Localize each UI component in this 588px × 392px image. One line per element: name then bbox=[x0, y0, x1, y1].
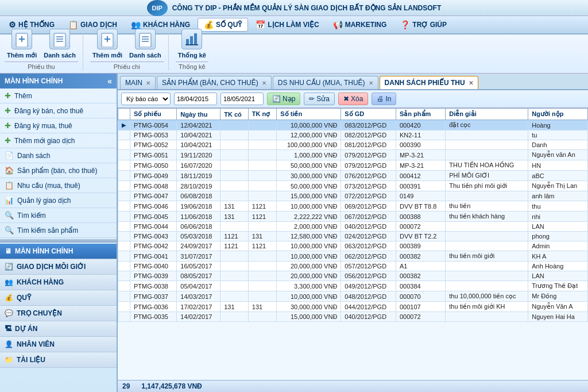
table-body: ▶ PTMG-0054 12/04/2021 10,000,000 VNĐ 08… bbox=[118, 120, 588, 322]
tab-main-close[interactable]: ✕ bbox=[146, 80, 150, 86]
toolbar-danh-sach-phieu[interactable]: Danh sách bbox=[41, 28, 78, 60]
menu-tro-giup[interactable]: ❓ TRỢ GIÚP bbox=[394, 18, 453, 32]
sidebar-group-giao-dich[interactable]: 🔄 GIAO DỊCH MÔI GIỚI bbox=[0, 259, 117, 275]
cell-tk-no bbox=[248, 150, 277, 160]
table-row[interactable]: PTMG-0036 17/02/2017 131 131 30,000,000 … bbox=[118, 302, 588, 312]
cell-tk-co bbox=[220, 120, 249, 130]
calendar-icon: 📅 bbox=[256, 20, 265, 29]
xoa-button[interactable]: ✖ Xóa bbox=[338, 93, 368, 105]
table-row[interactable]: PTMG-0046 19/06/2018 131 1121 10,000,000… bbox=[118, 201, 588, 212]
sidebar-item-tim-kiem[interactable]: 🔍 Tìm kiếm bbox=[0, 208, 117, 223]
cell-san-pham: 000072 bbox=[396, 222, 445, 232]
cell-tk-co: 131 bbox=[220, 201, 249, 212]
table-row[interactable]: PTMG-0041 31/07/2017 10,000,000 VNĐ 062/… bbox=[118, 251, 588, 262]
cell-so-tien: 15,000,000 VNĐ bbox=[277, 191, 341, 201]
cell-ngay-thu: 17/02/2017 bbox=[177, 302, 220, 312]
sidebar-item-tim-kiem-sp[interactable]: 🔍 Tìm kiếm sản phẩm bbox=[0, 223, 117, 238]
sidebar-group-nhan-vien[interactable]: 👤 NHÂN VIÊN bbox=[0, 337, 117, 352]
table-row[interactable]: PTMG-0053 10/04/2021 12,000,000 VNĐ 082/… bbox=[118, 130, 588, 140]
cell-dien-giai: Thu tiền phí môi giới bbox=[446, 181, 528, 191]
sidebar-group-tro-chuyen[interactable]: 💬 TRỌ CHUYỆN bbox=[0, 306, 117, 321]
table-row[interactable]: PTMG-0044 06/06/2018 2,000,000 VNĐ 040/2… bbox=[118, 222, 588, 232]
cell-san-pham: 000389 bbox=[396, 241, 445, 251]
sidebar-group-quy[interactable]: 💰 QUỸ bbox=[0, 290, 117, 306]
table-row[interactable]: PTMG-0050 16/07/2020 50,000,000 VNĐ 079/… bbox=[118, 160, 588, 171]
date-from-input[interactable] bbox=[174, 93, 217, 105]
table-row[interactable]: PTMG-0040 16/05/2017 20,000,000 VNĐ 057/… bbox=[118, 262, 588, 271]
cell-tk-no bbox=[248, 160, 277, 171]
cell-tk-no: 131 bbox=[248, 232, 277, 241]
cell-so-tien: 20,000,000 VNĐ bbox=[277, 262, 341, 271]
table-row[interactable]: PTMG-0037 14/03/2017 10,000,000 VNĐ 048/… bbox=[118, 291, 588, 302]
tab-ds-nhu-cau-close[interactable]: ✕ bbox=[369, 80, 373, 86]
sidebar-header: MÀN HÌNH CHÍNH « bbox=[0, 74, 117, 89]
table-footer: 29 1,147,425,678 VNĐ bbox=[118, 380, 588, 392]
add-phieu-icon bbox=[11, 29, 32, 49]
table-row[interactable]: PTMG-0049 18/11/2019 30,000,000 VNĐ 076/… bbox=[118, 171, 588, 181]
table-row[interactable]: PTMG-0039 08/05/2017 20,000,000 VNĐ 056/… bbox=[118, 271, 588, 281]
toolbar-them-moi-chi[interactable]: Thêm mới bbox=[90, 28, 125, 60]
cell-so-gd: 081/2012/PGD bbox=[341, 140, 396, 150]
col-header-tk-no: TK nợ bbox=[248, 109, 277, 120]
sidebar-item-dang-ky-mua[interactable]: ✚ Đăng ký mua, thuê bbox=[0, 118, 117, 133]
cell-tk-no: 1121 bbox=[248, 212, 277, 222]
tab-main[interactable]: MAIN ✕ bbox=[120, 76, 156, 89]
table-row[interactable]: PTMG-0052 10/04/2021 100,000,000 VNĐ 081… bbox=[118, 140, 588, 150]
menu-lich-lam-viec[interactable]: 📅 LỊCH LÀM VIỆC bbox=[249, 18, 325, 32]
toolbar-them-moi-phieu[interactable]: Thêm mới bbox=[5, 28, 39, 60]
cell-tk-no bbox=[248, 181, 277, 191]
cell-tk-co bbox=[220, 191, 249, 201]
table-row[interactable]: PTMG-0035 14/02/2017 15,000,000 VNĐ 040/… bbox=[118, 312, 588, 322]
sidebar-collapse-btn[interactable]: « bbox=[107, 76, 112, 86]
tab-san-pham[interactable]: SẢN PHẨM (BÁN, CHO THUÊ) ✕ bbox=[157, 76, 272, 89]
print-icon: 🖨 bbox=[377, 95, 384, 103]
toolbar-danh-sach-chi[interactable]: Danh sách bbox=[127, 28, 164, 60]
add-chi-icon bbox=[97, 29, 118, 49]
tab-danh-sach-phieu-thu[interactable]: DANH SÁCH PHIẾU THU ✕ bbox=[380, 76, 478, 89]
sidebar-group-man-hinh-chinh[interactable]: 🖥 MÀN HÌNH CHÍNH bbox=[0, 244, 117, 259]
cell-so-gd: 024/2012/PGD bbox=[341, 232, 396, 241]
table-row[interactable]: PTMG-0045 11/06/2018 131 1121 2,222,222 … bbox=[118, 212, 588, 222]
cell-so-gd: 073/2012/PGD bbox=[341, 181, 396, 191]
sidebar-item-san-pham[interactable]: 🏠 Sản phẩm (bán, cho thuê) bbox=[0, 163, 117, 178]
date-to-input[interactable] bbox=[220, 93, 264, 105]
cell-tk-co bbox=[220, 130, 249, 140]
cell-dien-giai: thu 10,000,000 tiền cọc bbox=[446, 291, 528, 302]
table-row[interactable]: PTMG-0043 05/03/2018 1121 131 12,580,000… bbox=[118, 232, 588, 241]
nap-button[interactable]: 🔄 Nạp bbox=[267, 93, 300, 105]
cell-so-phieu: PTMG-0054 bbox=[130, 120, 177, 130]
table-row[interactable]: PTMG-0038 05/04/2017 3,300,000 VNĐ 049/2… bbox=[118, 281, 588, 291]
table-container[interactable]: Số phiếu Ngày thu TK có TK nợ Số tiền Số… bbox=[118, 108, 588, 380]
ky-bao-cao-select[interactable]: Ký báo cáo bbox=[121, 93, 171, 105]
sidebar-item-them-moi-gd[interactable]: ✚ Thêm mới giao dịch bbox=[0, 133, 117, 148]
sua-button[interactable]: ✏ Sửa bbox=[304, 93, 335, 105]
sidebar-group-tai-lieu[interactable]: 📁 TÀI LIỆU bbox=[0, 352, 117, 368]
row-indicator bbox=[118, 241, 130, 251]
cell-tk-no: 1121 bbox=[248, 241, 277, 251]
sidebar-item-nhu-cau[interactable]: 📋 Nhu cầu (mua, thuê) bbox=[0, 178, 117, 193]
cell-dien-giai: THU TIỀN HOA HỒNG bbox=[446, 160, 528, 171]
sidebar-item-danh-sach[interactable]: 📄 Danh sách bbox=[0, 148, 117, 163]
table-row[interactable]: PTMG-0042 24/09/2017 1121 1121 10,000,00… bbox=[118, 241, 588, 251]
sidebar-item-dang-ky-ban[interactable]: ✚ Đăng ký bán, cho thuê bbox=[0, 103, 117, 118]
sidebar-item-them[interactable]: ✚ Thêm bbox=[0, 89, 117, 103]
in-button[interactable]: 🖨 In bbox=[372, 93, 396, 105]
sidebar-group-khach-hang[interactable]: 👥 KHÁCH HÀNG bbox=[0, 275, 117, 290]
sidebar-dang-ky-mua-label: Đăng ký mua, thuê bbox=[14, 122, 72, 130]
tab-ds-nhu-cau[interactable]: DS NHU CẦU (MUA, THUÊ) ✕ bbox=[273, 76, 378, 89]
table-row[interactable]: PTMG-0047 06/08/2018 15,000,000 VNĐ 072/… bbox=[118, 191, 588, 201]
table-row[interactable]: PTMG-0048 28/10/2019 50,000,000 VNĐ 073/… bbox=[118, 181, 588, 191]
sidebar-header-label: MÀN HÌNH CHÍNH bbox=[5, 77, 63, 85]
sidebar-group-du-an[interactable]: 🏗 DỰ ÁN bbox=[0, 321, 117, 337]
cell-san-pham: 000382 bbox=[396, 271, 445, 281]
toolbar-thong-ke[interactable]: Thống kê bbox=[176, 28, 208, 60]
table-row[interactable]: PTMG-0051 19/11/2020 1,000,000 VNĐ 079/2… bbox=[118, 150, 588, 160]
sua-label: Sửa bbox=[316, 95, 330, 103]
table-row[interactable]: ▶ PTMG-0054 12/04/2021 10,000,000 VNĐ 08… bbox=[118, 120, 588, 130]
cell-dien-giai bbox=[446, 140, 528, 150]
sidebar-item-quan-ly-gd[interactable]: 📊 Quản lý giao dịch bbox=[0, 193, 117, 208]
cell-ngay-thu: 16/07/2020 bbox=[177, 160, 220, 171]
tab-san-pham-close[interactable]: ✕ bbox=[262, 80, 266, 86]
tab-danh-sach-phieu-thu-close[interactable]: ✕ bbox=[469, 80, 473, 86]
menu-marketing[interactable]: 📢 MARKETING bbox=[327, 18, 393, 32]
